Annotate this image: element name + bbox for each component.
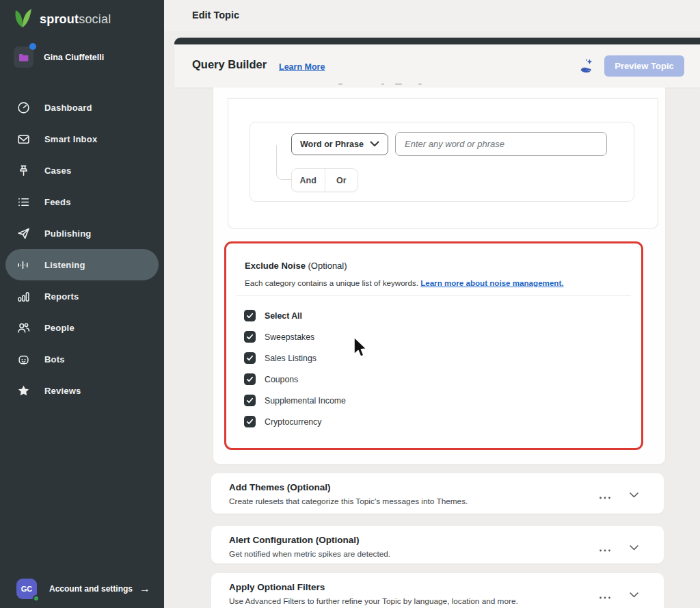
- sidebar-item-label: Publishing: [44, 228, 91, 239]
- ellipsis-menu-icon[interactable]: [599, 542, 611, 555]
- operator-toggle: And Or: [291, 168, 358, 192]
- sidebar-item-smart-inbox[interactable]: Smart Inbox: [5, 123, 159, 155]
- section-alert-configuration[interactable]: Alert Configuration (Optional) Get notif…: [211, 526, 664, 564]
- sidebar-item-listening[interactable]: Listening: [5, 249, 159, 280]
- avatar-initials: GC: [21, 585, 33, 593]
- sidebar-item-label: People: [44, 323, 75, 333]
- checkbox-checked-icon[interactable]: [244, 395, 256, 406]
- page-title: Edit Topic: [192, 10, 239, 21]
- sidebar-nav: Dashboard Smart Inbox Cases Feeds: [5, 92, 159, 406]
- brand-logo[interactable]: sproutsocial: [14, 7, 111, 31]
- account-settings[interactable]: GC Account and settings →: [16, 579, 150, 599]
- checkbox-checked-icon[interactable]: [244, 310, 256, 321]
- or-button[interactable]: Or: [325, 169, 358, 191]
- query-builder-header: Query Builder Learn More Preview Topic: [174, 44, 700, 88]
- scrolled-content-fragment: [418, 83, 422, 85]
- chevron-down-icon[interactable]: [630, 488, 638, 501]
- sidebar-item-label: Cases: [44, 166, 71, 176]
- section-title: Add Themes (Optional): [229, 482, 331, 492]
- sidebar-item-cases[interactable]: Cases: [5, 155, 159, 186]
- section-apply-optional-filters[interactable]: Apply Optional Filters Use Advanced Filt…: [211, 573, 664, 608]
- checkbox-select-all[interactable]: Select All: [244, 305, 346, 326]
- checkbox-checked-icon[interactable]: [244, 331, 256, 343]
- divider: [237, 295, 631, 296]
- paper-plane-icon: [17, 227, 30, 240]
- noise-management-link[interactable]: Learn more about noise management.: [420, 278, 563, 287]
- section-add-themes[interactable]: Add Themes (Optional) Create rulesets th…: [211, 473, 664, 514]
- ellipsis-menu-icon[interactable]: [599, 490, 611, 502]
- sidebar-item-label: Smart Inbox: [44, 134, 97, 144]
- checkbox-coupons[interactable]: Coupons: [244, 369, 346, 390]
- sidebar-item-dashboard[interactable]: Dashboard: [5, 92, 159, 123]
- checkbox-checked-icon[interactable]: [244, 373, 256, 385]
- star-icon: [17, 384, 30, 397]
- checkbox-label: Coupons: [265, 375, 298, 384]
- checkbox-supplemental-income[interactable]: Supplemental Income: [244, 390, 346, 411]
- sidebar-item-label: Reports: [44, 291, 79, 302]
- scrolled-content-fragment: [395, 83, 402, 85]
- hand-sparkles-icon[interactable]: [579, 58, 594, 75]
- and-button[interactable]: And: [292, 169, 325, 191]
- rule-type-value: Word or Phrase: [300, 140, 364, 149]
- section-description: Get notified when metric spikes are dete…: [229, 549, 390, 559]
- sidebar-item-reviews[interactable]: Reviews: [5, 375, 159, 406]
- people-icon: [17, 321, 30, 334]
- sidebar-item-publishing[interactable]: Publishing: [5, 217, 159, 249]
- list-icon: [17, 196, 30, 209]
- app-window: sproutsocial Gina Ciuffetelli Dashboard: [0, 0, 700, 608]
- inbox-icon: [17, 133, 30, 146]
- checkbox-sweepstakes[interactable]: Sweepstakes: [244, 326, 346, 347]
- preview-topic-button[interactable]: Preview Topic: [604, 55, 684, 77]
- page-header-bar: [164, 0, 700, 31]
- keyword-input[interactable]: [395, 132, 607, 156]
- avatar: GC: [16, 579, 37, 599]
- checkbox-checked-icon[interactable]: [244, 352, 256, 364]
- brand-name: sproutsocial: [40, 12, 111, 27]
- brand-name-bold: sprout: [40, 12, 79, 26]
- robot-icon: [17, 353, 30, 366]
- checkbox-cryptocurrency[interactable]: Cryptocurrency: [244, 411, 346, 432]
- main-content: Edit Topic Query Builder Learn More Prev…: [164, 0, 700, 608]
- sidebar-item-people[interactable]: People: [5, 312, 159, 343]
- checkbox-sales-listings[interactable]: Sales Listings: [244, 347, 346, 369]
- sprout-leaf-icon: [14, 7, 32, 31]
- exclude-noise-section: Exclude Noise (Optional) Each category c…: [224, 241, 643, 450]
- rule-type-dropdown[interactable]: Word or Phrase: [291, 133, 388, 155]
- dashboard-icon: [17, 101, 30, 114]
- bar-chart-icon: [17, 290, 30, 303]
- ellipsis-menu-icon[interactable]: [599, 590, 611, 602]
- checkbox-checked-icon[interactable]: [244, 416, 256, 427]
- query-builder-title: Query Builder: [192, 58, 267, 71]
- account-settings-label: Account and settings: [49, 584, 133, 594]
- checkbox-label: Select All: [265, 311, 302, 321]
- sidebar-item-feeds[interactable]: Feeds: [5, 186, 159, 217]
- sidebar-item-label: Feeds: [44, 197, 71, 207]
- sidebar: sproutsocial Gina Ciuffetelli Dashboard: [0, 0, 164, 608]
- chevron-down-icon: [370, 140, 379, 149]
- sidebar-item-bots[interactable]: Bots: [5, 343, 159, 375]
- scrolled-content-fragment: [381, 83, 384, 85]
- chevron-down-icon[interactable]: [630, 588, 638, 600]
- sidebar-item-label: Dashboard: [44, 103, 92, 113]
- chevron-down-icon[interactable]: [630, 541, 638, 553]
- checkbox-label: Sweepstakes: [265, 332, 314, 342]
- exclude-noise-description-text: Each category contains a unique list of …: [245, 278, 420, 287]
- workspace-switcher[interactable]: Gina Ciuffetelli: [14, 47, 104, 68]
- learn-more-link[interactable]: Learn More: [279, 62, 325, 72]
- exclude-noise-title-suffix: (Optional): [306, 261, 347, 271]
- exclude-noise-title-main: Exclude Noise: [245, 261, 306, 271]
- sidebar-item-label: Reviews: [44, 386, 81, 396]
- folder-icon: [14, 47, 33, 68]
- section-title: Alert Configuration (Optional): [229, 535, 359, 545]
- section-title: Apply Optional Filters: [229, 582, 325, 592]
- sidebar-item-label: Listening: [44, 260, 85, 270]
- pin-icon: [17, 164, 30, 177]
- exclude-noise-title: Exclude Noise (Optional): [245, 261, 347, 271]
- sidebar-item-reports[interactable]: Reports: [5, 280, 159, 312]
- section-description: Create rulesets that categorize this Top…: [229, 497, 468, 506]
- online-status-dot: [33, 595, 40, 602]
- rule-connector-line: [276, 145, 291, 180]
- checkbox-label: Cryptocurrency: [265, 417, 321, 427]
- sidebar-item-label: Bots: [44, 354, 65, 365]
- notification-dot: [29, 43, 36, 50]
